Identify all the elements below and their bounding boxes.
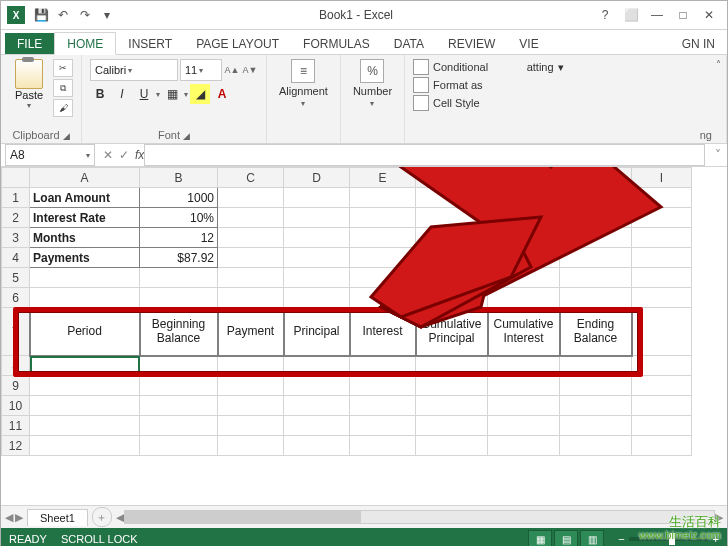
row-2[interactable]: 2 bbox=[2, 208, 30, 228]
conditional-formatting-icon bbox=[413, 59, 429, 75]
qat-customize-button[interactable]: ▾ bbox=[97, 5, 117, 25]
border-button[interactable]: ▦ bbox=[162, 84, 182, 104]
select-all-corner[interactable] bbox=[2, 168, 30, 188]
cell-A4[interactable]: Payments bbox=[30, 248, 140, 268]
font-name-select[interactable]: Calibri▾ bbox=[90, 59, 178, 81]
tab-data[interactable]: DATA bbox=[382, 33, 436, 54]
row-4[interactable]: 4 bbox=[2, 248, 30, 268]
save-button[interactable]: 💾 bbox=[31, 5, 51, 25]
fill-color-button[interactable]: ◢ bbox=[190, 84, 210, 104]
tab-formulas[interactable]: FORMULAS bbox=[291, 33, 382, 54]
name-box[interactable]: A8▾ bbox=[5, 144, 95, 166]
cell-B2[interactable]: 10% bbox=[140, 208, 218, 228]
format-as-table-icon bbox=[413, 77, 429, 93]
new-sheet-button[interactable]: ＋ bbox=[92, 507, 112, 527]
tab-review[interactable]: REVIEW bbox=[436, 33, 507, 54]
horizontal-scrollbar[interactable]: ◀ ▶ bbox=[116, 510, 723, 524]
cell-A1[interactable]: Loan Amount bbox=[30, 188, 140, 208]
col-F[interactable]: F bbox=[416, 168, 488, 188]
expand-formula-bar-icon[interactable]: ˅ bbox=[709, 148, 727, 162]
col-D[interactable]: D bbox=[284, 168, 350, 188]
cell-G7[interactable]: Cumulative Interest bbox=[488, 308, 560, 356]
spreadsheet-grid[interactable]: A B C D E F G H I 1Loan Amount1000 2Inte… bbox=[1, 167, 692, 456]
formula-bar[interactable] bbox=[144, 144, 705, 166]
help-icon[interactable]: ? bbox=[595, 8, 615, 22]
tab-view[interactable]: VIE bbox=[507, 33, 550, 54]
group-font: Calibri▾ 11▾ A▲ A▼ B I U ▾ ▦ ▾ ◢ A bbox=[82, 55, 267, 143]
font-size-select[interactable]: 11▾ bbox=[180, 59, 222, 81]
cancel-formula-icon[interactable]: ✕ bbox=[103, 148, 113, 162]
percent-icon: % bbox=[360, 59, 384, 83]
cell-A7[interactable]: Period bbox=[30, 308, 140, 356]
cell-H7[interactable]: Ending Balance bbox=[560, 308, 632, 356]
cell-A3[interactable]: Months bbox=[30, 228, 140, 248]
cut-button[interactable]: ✂ bbox=[53, 59, 73, 77]
tab-home[interactable]: HOME bbox=[54, 32, 116, 55]
row-11[interactable]: 11 bbox=[2, 416, 30, 436]
col-B[interactable]: B bbox=[140, 168, 218, 188]
col-C[interactable]: C bbox=[218, 168, 284, 188]
col-I[interactable]: I bbox=[632, 168, 692, 188]
column-headers[interactable]: A B C D E F G H I bbox=[2, 168, 692, 188]
cell-B7[interactable]: Beginning Balance bbox=[140, 308, 218, 356]
alignment-button[interactable]: ≡ Alignment ▾ bbox=[275, 59, 332, 108]
sign-in-link[interactable]: gn in bbox=[670, 33, 727, 54]
row-3[interactable]: 3 bbox=[2, 228, 30, 248]
view-page-layout-button[interactable]: ▤ bbox=[554, 530, 578, 546]
sheet-tab-sheet1[interactable]: Sheet1 bbox=[27, 509, 88, 526]
tab-page-layout[interactable]: PAGE LAYOUT bbox=[184, 33, 291, 54]
zoom-slider[interactable]: − + bbox=[618, 533, 719, 545]
fx-icon[interactable]: fx bbox=[135, 148, 144, 162]
close-icon[interactable]: ✕ bbox=[699, 8, 719, 22]
tab-file[interactable]: FILE bbox=[5, 33, 54, 54]
cell-B1[interactable]: 1000 bbox=[140, 188, 218, 208]
number-format-button[interactable]: % Number ▾ bbox=[349, 59, 396, 108]
undo-button[interactable]: ↶ bbox=[53, 5, 73, 25]
cell-E7[interactable]: Interest bbox=[350, 308, 416, 356]
enter-formula-icon[interactable]: ✓ bbox=[119, 148, 129, 162]
minimize-icon[interactable]: — bbox=[647, 8, 667, 22]
cell-styles-button[interactable]: Cell Style bbox=[413, 95, 564, 111]
cell-B3[interactable]: 12 bbox=[140, 228, 218, 248]
underline-button[interactable]: U bbox=[134, 84, 154, 104]
row-6[interactable]: 6 bbox=[2, 288, 30, 308]
cell-A2[interactable]: Interest Rate bbox=[30, 208, 140, 228]
paste-button[interactable]: Paste ▾ bbox=[9, 59, 49, 110]
cell-B4[interactable]: $87.92 bbox=[140, 248, 218, 268]
row-10[interactable]: 10 bbox=[2, 396, 30, 416]
decrease-font-button[interactable]: A▼ bbox=[242, 62, 258, 78]
row-5[interactable]: 5 bbox=[2, 268, 30, 288]
conditional-formatting-button[interactable]: Conditional atting ▾ bbox=[413, 59, 564, 75]
row-9[interactable]: 9 bbox=[2, 376, 30, 396]
ribbon-display-icon[interactable]: ⬜ bbox=[621, 8, 641, 22]
cell-C7[interactable]: Payment bbox=[218, 308, 284, 356]
view-normal-button[interactable]: ▦ bbox=[528, 530, 552, 546]
col-E[interactable]: E bbox=[350, 168, 416, 188]
maximize-icon[interactable]: □ bbox=[673, 8, 693, 22]
view-page-break-button[interactable]: ▥ bbox=[580, 530, 604, 546]
row-12[interactable]: 12 bbox=[2, 436, 30, 456]
zoom-in-icon[interactable]: + bbox=[713, 533, 719, 545]
sheet-nav-prev-icon[interactable]: ◀ bbox=[5, 511, 13, 524]
bold-button[interactable]: B bbox=[90, 84, 110, 104]
cell-A8[interactable] bbox=[30, 356, 140, 376]
tab-insert[interactable]: INSERT bbox=[116, 33, 184, 54]
collapse-ribbon-icon[interactable]: ˄ bbox=[716, 59, 721, 70]
format-as-table-button[interactable]: Format as bbox=[413, 77, 564, 93]
row-7[interactable]: 7 bbox=[2, 308, 30, 356]
sheet-nav-next-icon[interactable]: ▶ bbox=[15, 511, 23, 524]
col-G[interactable]: G bbox=[488, 168, 560, 188]
redo-button[interactable]: ↷ bbox=[75, 5, 95, 25]
format-painter-button[interactable]: 🖌 bbox=[53, 99, 73, 117]
zoom-out-icon[interactable]: − bbox=[618, 533, 624, 545]
col-A[interactable]: A bbox=[30, 168, 140, 188]
italic-button[interactable]: I bbox=[112, 84, 132, 104]
cell-F7[interactable]: Cumulative Principal bbox=[416, 308, 488, 356]
col-H[interactable]: H bbox=[560, 168, 632, 188]
copy-button[interactable]: ⧉ bbox=[53, 79, 73, 97]
cell-D7[interactable]: Principal bbox=[284, 308, 350, 356]
font-color-button[interactable]: A bbox=[212, 84, 232, 104]
row-1[interactable]: 1 bbox=[2, 188, 30, 208]
increase-font-button[interactable]: A▲ bbox=[224, 62, 240, 78]
row-8[interactable]: 8 bbox=[2, 356, 30, 376]
